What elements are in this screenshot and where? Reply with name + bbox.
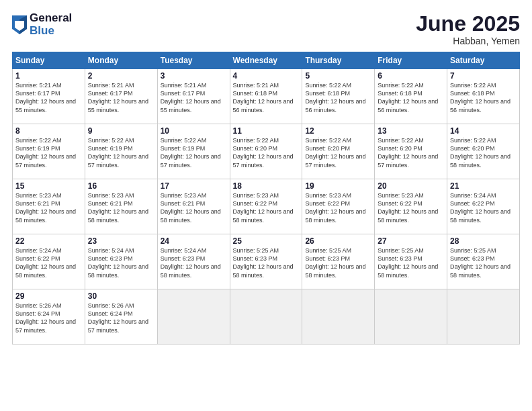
day-number: 9 [88, 126, 154, 136]
day-number: 23 [88, 236, 154, 246]
page: General Blue June 2025 Habban, Yemen Sun… [0, 0, 532, 411]
day-number: 24 [161, 236, 227, 246]
cell-content: Sunrise: 5:23 AMSunset: 6:22 PMDaylight:… [378, 192, 438, 223]
table-row [375, 289, 447, 345]
day-number: 2 [88, 71, 154, 81]
header-friday: Friday [375, 52, 447, 69]
day-number: 11 [233, 126, 300, 136]
cell-content: Sunrise: 5:24 AMSunset: 6:22 PMDaylight:… [15, 247, 76, 278]
cell-content: Sunrise: 5:22 AMSunset: 6:18 PMDaylight:… [305, 82, 365, 113]
day-number: 28 [450, 236, 517, 246]
cell-content: Sunrise: 5:22 AMSunset: 6:20 PMDaylight:… [450, 137, 511, 168]
calendar-week-row: 22 Sunrise: 5:24 AMSunset: 6:22 PMDaylig… [13, 234, 520, 289]
cell-content: Sunrise: 5:21 AMSunset: 6:18 PMDaylight:… [233, 82, 294, 113]
day-number: 27 [378, 236, 444, 246]
cell-content: Sunrise: 5:21 AMSunset: 6:17 PMDaylight:… [161, 82, 221, 113]
cell-content: Sunrise: 5:23 AMSunset: 6:21 PMDaylight:… [15, 192, 76, 223]
day-number: 30 [88, 291, 154, 301]
table-row: 5 Sunrise: 5:22 AMSunset: 6:18 PMDayligh… [302, 69, 375, 124]
table-row [157, 289, 230, 345]
day-number: 10 [161, 126, 227, 136]
day-number: 18 [233, 181, 300, 191]
calendar-week-row: 15 Sunrise: 5:23 AMSunset: 6:21 PMDaylig… [13, 179, 520, 234]
cell-content: Sunrise: 5:22 AMSunset: 6:19 PMDaylight:… [15, 137, 76, 168]
cell-content: Sunrise: 5:23 AMSunset: 6:21 PMDaylight:… [88, 192, 148, 223]
table-row: 28 Sunrise: 5:25 AMSunset: 6:23 PMDaylig… [447, 234, 520, 289]
cell-content: Sunrise: 5:22 AMSunset: 6:20 PMDaylight:… [305, 137, 365, 168]
table-row: 10 Sunrise: 5:22 AMSunset: 6:19 PMDaylig… [157, 124, 230, 179]
day-number: 7 [450, 71, 517, 81]
table-row: 14 Sunrise: 5:22 AMSunset: 6:20 PMDaylig… [447, 124, 520, 179]
cell-content: Sunrise: 5:22 AMSunset: 6:18 PMDaylight:… [378, 82, 438, 113]
day-number: 20 [378, 181, 444, 191]
logo-text: General Blue [30, 12, 72, 37]
day-number: 14 [450, 126, 517, 136]
day-number: 5 [305, 71, 371, 81]
table-row: 15 Sunrise: 5:23 AMSunset: 6:21 PMDaylig… [13, 179, 85, 234]
header-tuesday: Tuesday [157, 52, 230, 69]
header-sunday: Sunday [13, 52, 85, 69]
table-row: 20 Sunrise: 5:23 AMSunset: 6:22 PMDaylig… [375, 179, 447, 234]
table-row: 21 Sunrise: 5:24 AMSunset: 6:22 PMDaylig… [447, 179, 520, 234]
day-number: 1 [15, 71, 82, 81]
table-row: 6 Sunrise: 5:22 AMSunset: 6:18 PMDayligh… [375, 69, 447, 124]
day-number: 8 [15, 126, 82, 136]
logo-general-text: General [30, 12, 72, 25]
table-row: 19 Sunrise: 5:23 AMSunset: 6:22 PMDaylig… [302, 179, 375, 234]
table-row: 16 Sunrise: 5:23 AMSunset: 6:21 PMDaylig… [85, 179, 157, 234]
header-saturday: Saturday [447, 52, 520, 69]
table-row: 7 Sunrise: 5:22 AMSunset: 6:18 PMDayligh… [447, 69, 520, 124]
day-number: 3 [161, 71, 227, 81]
cell-content: Sunrise: 5:22 AMSunset: 6:20 PMDaylight:… [233, 137, 294, 168]
table-row: 3 Sunrise: 5:21 AMSunset: 6:17 PMDayligh… [157, 69, 230, 124]
header-wednesday: Wednesday [230, 52, 302, 69]
cell-content: Sunrise: 5:25 AMSunset: 6:23 PMDaylight:… [378, 247, 438, 278]
header-monday: Monday [85, 52, 157, 69]
cell-content: Sunrise: 5:21 AMSunset: 6:17 PMDaylight:… [88, 82, 148, 113]
cell-content: Sunrise: 5:24 AMSunset: 6:23 PMDaylight:… [88, 247, 148, 278]
table-row: 22 Sunrise: 5:24 AMSunset: 6:22 PMDaylig… [13, 234, 85, 289]
table-row: 18 Sunrise: 5:23 AMSunset: 6:22 PMDaylig… [230, 179, 302, 234]
table-row [230, 289, 302, 345]
cell-content: Sunrise: 5:21 AMSunset: 6:17 PMDaylight:… [15, 82, 76, 113]
calendar-table: Sunday Monday Tuesday Wednesday Thursday… [12, 52, 520, 345]
logo-icon [12, 15, 27, 34]
day-number: 29 [15, 291, 82, 301]
table-row: 1 Sunrise: 5:21 AMSunset: 6:17 PMDayligh… [13, 69, 85, 124]
table-row: 2 Sunrise: 5:21 AMSunset: 6:17 PMDayligh… [85, 69, 157, 124]
cell-content: Sunrise: 5:22 AMSunset: 6:19 PMDaylight:… [88, 137, 148, 168]
cell-content: Sunrise: 5:23 AMSunset: 6:22 PMDaylight:… [233, 192, 294, 223]
day-number: 21 [450, 181, 517, 191]
table-row: 9 Sunrise: 5:22 AMSunset: 6:19 PMDayligh… [85, 124, 157, 179]
cell-content: Sunrise: 5:22 AMSunset: 6:20 PMDaylight:… [378, 137, 438, 168]
table-row: 23 Sunrise: 5:24 AMSunset: 6:23 PMDaylig… [85, 234, 157, 289]
table-row: 12 Sunrise: 5:22 AMSunset: 6:20 PMDaylig… [302, 124, 375, 179]
cell-content: Sunrise: 5:25 AMSunset: 6:23 PMDaylight:… [305, 247, 365, 278]
table-row: 4 Sunrise: 5:21 AMSunset: 6:18 PMDayligh… [230, 69, 302, 124]
day-number: 15 [15, 181, 82, 191]
calendar-week-row: 29 Sunrise: 5:26 AMSunset: 6:24 PMDaylig… [13, 289, 520, 345]
table-row: 11 Sunrise: 5:22 AMSunset: 6:20 PMDaylig… [230, 124, 302, 179]
table-row [447, 289, 520, 345]
table-row: 29 Sunrise: 5:26 AMSunset: 6:24 PMDaylig… [13, 289, 85, 345]
table-row: 26 Sunrise: 5:25 AMSunset: 6:23 PMDaylig… [302, 234, 375, 289]
calendar-week-row: 1 Sunrise: 5:21 AMSunset: 6:17 PMDayligh… [13, 69, 520, 124]
table-row: 17 Sunrise: 5:23 AMSunset: 6:21 PMDaylig… [157, 179, 230, 234]
calendar-week-row: 8 Sunrise: 5:22 AMSunset: 6:19 PMDayligh… [13, 124, 520, 179]
cell-content: Sunrise: 5:25 AMSunset: 6:23 PMDaylight:… [233, 247, 294, 278]
location: Habban, Yemen [416, 36, 520, 46]
logo-blue-text: Blue [30, 25, 72, 38]
day-number: 26 [305, 236, 371, 246]
table-row [302, 289, 375, 345]
header: General Blue June 2025 Habban, Yemen [12, 12, 520, 46]
day-number: 17 [161, 181, 227, 191]
day-number: 13 [378, 126, 444, 136]
table-row: 8 Sunrise: 5:22 AMSunset: 6:19 PMDayligh… [13, 124, 85, 179]
cell-content: Sunrise: 5:22 AMSunset: 6:19 PMDaylight:… [161, 137, 221, 168]
day-number: 22 [15, 236, 82, 246]
table-row: 13 Sunrise: 5:22 AMSunset: 6:20 PMDaylig… [375, 124, 447, 179]
header-thursday: Thursday [302, 52, 375, 69]
logo: General Blue [12, 12, 72, 37]
cell-content: Sunrise: 5:24 AMSunset: 6:23 PMDaylight:… [161, 247, 221, 278]
cell-content: Sunrise: 5:26 AMSunset: 6:24 PMDaylight:… [15, 302, 76, 333]
